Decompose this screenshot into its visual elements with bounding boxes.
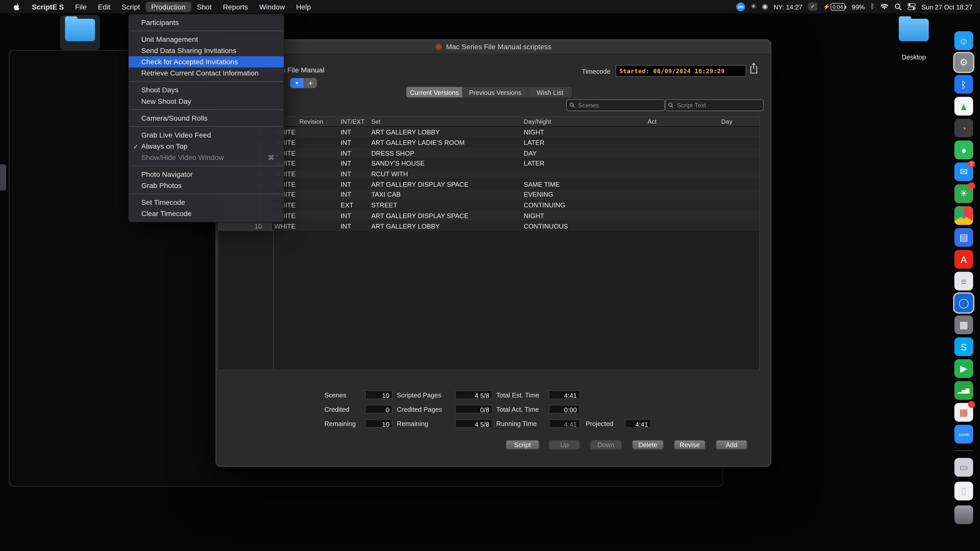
menu-reports[interactable]: Reports	[217, 2, 254, 11]
adobe-reader-icon[interactable]: A	[955, 250, 973, 268]
window-titlebar[interactable]: Mac Series File Manual.scriptess	[216, 40, 770, 54]
window-status-dot-icon[interactable]	[435, 44, 442, 50]
drive-icon[interactable]: ▲	[955, 97, 973, 116]
apple-menu[interactable]	[7, 1, 26, 12]
settings-gear-icon[interactable]: ⚙	[955, 53, 973, 72]
menu-item-grab-live-video-feed[interactable]: Grab Live Video Feed	[129, 129, 283, 141]
battery-percent[interactable]: 99%	[852, 3, 865, 10]
notes-app-icon[interactable]: ≡	[955, 272, 973, 290]
menu-item-always-on-top[interactable]: ✓ Always on Top	[129, 141, 283, 152]
timecode-field[interactable]: Started: 08/09/2024 18:29:29	[616, 65, 746, 77]
skype-icon[interactable]: S	[955, 337, 973, 356]
running-time-label: Running Time	[496, 419, 537, 428]
bar-chart-app-icon[interactable]: ▂▅▇	[955, 381, 973, 400]
trash-icon[interactable]	[955, 505, 973, 524]
bluetooth-icon[interactable]: ᛒ	[870, 3, 875, 10]
table-row[interactable]: 5 WHITE INT RCUT WITH	[218, 168, 759, 179]
white-canister-icon[interactable]: ▯	[955, 482, 973, 500]
header-intext[interactable]: INT/EXT	[338, 118, 369, 125]
pie-chart-app-icon[interactable]: ◔	[955, 119, 973, 137]
menu-item-camera-sound-rolls[interactable]: Camera/Sound Rolls	[129, 113, 283, 124]
menu-file[interactable]: File	[69, 2, 92, 11]
header-daynight[interactable]: Day/Night	[521, 118, 645, 125]
menu-item-clear-timecode[interactable]: Clear Timecode	[129, 208, 283, 219]
scenes-search[interactable]	[566, 99, 665, 111]
scenes-search-input[interactable]	[577, 101, 662, 110]
menu-item-unit-management[interactable]: Unit Management	[129, 34, 283, 45]
menu-production[interactable]: Production	[145, 2, 191, 11]
menu-edit[interactable]: Edit	[92, 2, 116, 11]
ny-time[interactable]: NY: 14:27	[773, 3, 802, 10]
table-row[interactable]: 8 WHITE EXT STREET CONTINUING	[218, 200, 759, 210]
flux-icon[interactable]: ✳	[751, 3, 756, 10]
daynight-cell: LATER	[521, 159, 645, 167]
table-row[interactable]: 7 WHITE INT TAXI CAB EVENING	[218, 189, 759, 200]
tab-current-versions[interactable]: Current Versions	[406, 87, 463, 97]
zoom-icon[interactable]: zoom	[955, 425, 973, 443]
record-icon[interactable]: ◉	[762, 3, 768, 10]
table-row[interactable]: 6 WHITE INT ART GALLERY DISPLAY SPACE SA…	[218, 179, 759, 189]
menu-item-participants[interactable]: Participants	[129, 17, 283, 28]
table-row[interactable]: 4 WHITE INT SANDY'S HOUSE LATER	[218, 158, 759, 168]
table-row[interactable]: 3 WHITE INT DRESS SHOP DAY	[218, 148, 759, 158]
mail-icon[interactable]: ✉ 2	[955, 162, 973, 181]
menu-item-new-shoot-day[interactable]: New Shoot Day	[129, 96, 283, 107]
minimized-window-icon[interactable]: ▭	[955, 458, 973, 476]
intext-cell: INT	[338, 159, 369, 167]
desktop-folder-right[interactable]	[899, 19, 929, 41]
dock-glyph: ●	[961, 210, 966, 221]
menu-window[interactable]: Window	[254, 2, 290, 11]
tab-wish-list[interactable]: Wish List	[528, 87, 572, 97]
shield-check-icon[interactable]: ✓	[808, 3, 818, 11]
script-button[interactable]: Script	[506, 440, 539, 450]
menubar-clock[interactable]: Sun 27 Oct 18:27	[921, 3, 972, 10]
green-chat-app-icon[interactable]: ✳	[955, 184, 973, 203]
spotlight-icon[interactable]	[894, 3, 902, 10]
table-row[interactable]: 1 WHITE INT ART GALLERY LOBBY NIGHT	[218, 127, 759, 137]
battery-indicator[interactable]: ⚡ 0:04	[823, 3, 846, 10]
header-day[interactable]: Day	[719, 118, 759, 125]
menu-shot[interactable]: Shot	[191, 2, 217, 11]
media-play-app-icon[interactable]: ▶	[955, 359, 973, 378]
script-text-search[interactable]	[665, 99, 764, 111]
tab-previous-versions[interactable]: Previous Versions	[463, 87, 528, 97]
bluetooth-app-icon[interactable]: ᛒ	[955, 75, 973, 94]
blue-sphere-app-icon[interactable]: ◯	[955, 294, 973, 312]
menu-separator	[129, 194, 283, 194]
zoom-menubar-icon[interactable]: zm	[736, 2, 745, 11]
revision-cell: WHITE	[272, 222, 338, 230]
header-set[interactable]: Set	[369, 118, 522, 125]
chrome-icon[interactable]: ●	[955, 206, 973, 225]
share-button[interactable]	[746, 60, 761, 76]
menu-item-grab-photos[interactable]: Grab Photos	[129, 180, 283, 191]
menu-item-check-for-accepted-invitations[interactable]: Check for Accepted Invitations	[129, 56, 283, 67]
green-sphere-app-icon[interactable]: ●	[955, 141, 973, 159]
desktop-folder-left[interactable]	[65, 19, 95, 41]
menu-item-shoot-days[interactable]: Shoot Days	[129, 84, 283, 96]
menu-item-send-data-sharing-invitations[interactable]: Send Data Sharing Invitations	[129, 45, 283, 56]
menu-separator	[129, 30, 283, 31]
add-item-button[interactable]: +	[304, 78, 317, 88]
add-button[interactable]: Add	[716, 440, 748, 450]
menu-script[interactable]: Script	[116, 2, 145, 11]
blue-docs-app-icon[interactable]: ▤	[955, 228, 973, 247]
table-row[interactable]: 10 WHITE INT ART GALLERY LOBBY CONTINUOU…	[218, 221, 759, 231]
script-text-search-input[interactable]	[676, 101, 760, 110]
menu-help[interactable]: Help	[290, 2, 317, 11]
office-grid-app-icon[interactable]: ▦	[955, 403, 973, 422]
menu-item-set-timecode[interactable]: Set Timecode	[129, 197, 283, 208]
menu-item-retrieve-current-contact-information[interactable]: Retrieve Current Contact Information	[129, 67, 283, 79]
wifi-icon[interactable]	[880, 3, 889, 10]
menu-item-photo-navigator[interactable]: Photo Navigator	[129, 168, 283, 180]
delete-button[interactable]: Delete	[632, 440, 664, 450]
intext-cell: INT	[338, 139, 369, 146]
control-center-icon[interactable]	[908, 3, 916, 10]
calculator-icon[interactable]: ▦	[955, 316, 973, 334]
header-act[interactable]: Act	[645, 118, 719, 125]
finder-icon[interactable]: ☺	[955, 31, 973, 50]
app-menu-title[interactable]: ScriptE S	[26, 2, 69, 11]
table-row[interactable]: 9 WHITE INT ART GALLERY DISPLAY SPACE NI…	[218, 210, 759, 221]
table-row[interactable]: 2 WHITE INT ART GALLERY LADIE'S ROOM LAT…	[218, 137, 759, 148]
revise-button[interactable]: Revise	[674, 440, 706, 450]
dropdown-button[interactable]: ▾	[290, 78, 304, 88]
